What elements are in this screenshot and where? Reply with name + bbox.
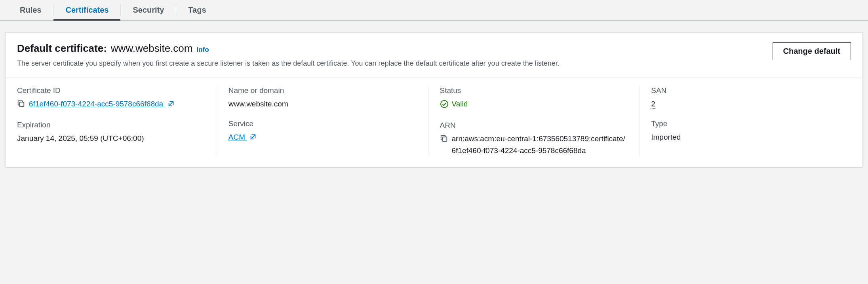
arn-value: arn:aws:acm:eu-central-1:673560513789:ce… <box>452 133 629 156</box>
cert-id-label: Certificate ID <box>17 86 206 95</box>
arn-label: ARN <box>440 121 629 130</box>
expiration-label: Expiration <box>17 121 206 129</box>
panel-header: Default certificate: www.website.com Inf… <box>6 33 862 78</box>
external-link-icon <box>168 99 175 110</box>
copy-icon[interactable] <box>17 99 25 111</box>
panel-title-domain: www.website.com <box>111 42 193 55</box>
tab-certificates[interactable]: Certificates <box>53 0 120 20</box>
default-certificate-panel: Default certificate: www.website.com Inf… <box>6 32 862 168</box>
san-label: SAN <box>651 86 840 95</box>
copy-icon[interactable] <box>440 134 448 146</box>
tabs-bar: Rules Certificates Security Tags <box>0 0 868 21</box>
change-default-button[interactable]: Change default <box>773 42 851 60</box>
panel-title-prefix: Default certificate: <box>17 42 107 55</box>
info-link[interactable]: Info <box>196 46 209 54</box>
tab-security[interactable]: Security <box>121 0 176 20</box>
panel-description: The server certificate you specify when … <box>17 59 765 68</box>
type-value: Imported <box>651 131 840 143</box>
san-value[interactable]: 2 <box>651 100 655 109</box>
status-badge: Valid <box>440 98 468 110</box>
external-link-icon <box>249 132 257 144</box>
check-circle-icon <box>440 100 449 108</box>
name-label: Name or domain <box>228 86 417 95</box>
service-link[interactable]: ACM <box>228 133 257 141</box>
name-value: www.website.com <box>228 98 417 110</box>
service-value: ACM <box>228 133 245 141</box>
status-value: Valid <box>452 98 468 110</box>
cert-id-link[interactable]: 6f1ef460-f073-4224-acc5-9578c66f68da <box>29 98 175 110</box>
details-grid: Certificate ID 6f1ef460-f073-4224-acc5-9… <box>6 78 862 167</box>
service-label: Service <box>228 119 417 128</box>
status-label: Status <box>440 86 629 95</box>
cert-id-value: 6f1ef460-f073-4224-acc5-9578c66f68da <box>29 100 163 108</box>
tab-tags[interactable]: Tags <box>176 0 218 20</box>
type-label: Type <box>651 119 840 128</box>
expiration-value: January 14, 2025, 05:59 (UTC+06:00) <box>17 133 206 144</box>
tab-rules[interactable]: Rules <box>8 0 53 20</box>
